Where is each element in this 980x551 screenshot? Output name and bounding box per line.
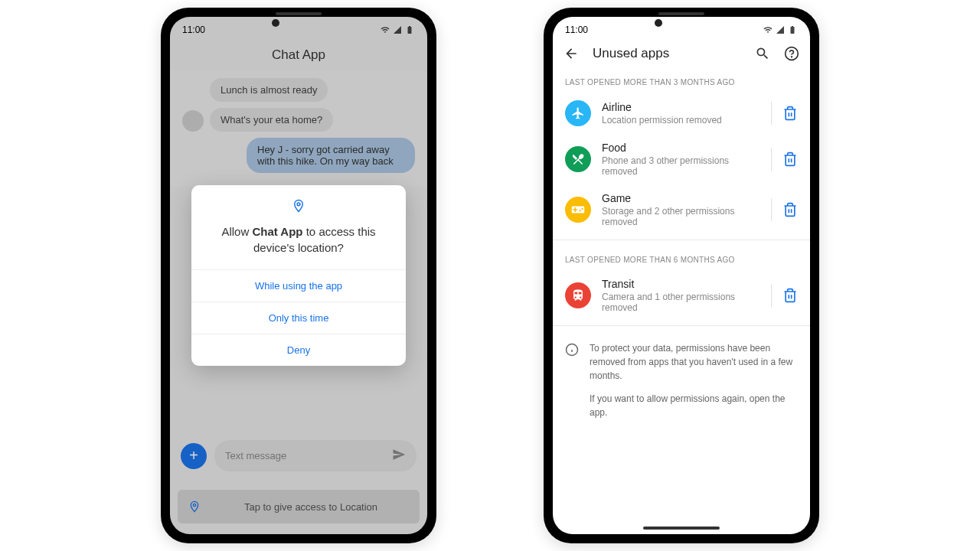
status-icons [763, 25, 798, 34]
phone-mockup-settings: 11:00 Unused apps LAST OPENED MORE THAN … [544, 8, 819, 543]
wifi-icon [763, 25, 773, 34]
divider [553, 240, 810, 240]
phone-mockup-chat: 11:00 Chat App Lunch is almost ready Wha… [161, 8, 436, 543]
battery-icon [787, 25, 798, 34]
list-item-text: Food Phone and 3 other permissions remov… [602, 142, 760, 177]
list-item-text: Game Storage and 2 other permissions rem… [602, 192, 760, 227]
app-subtitle: Storage and 2 other permissions removed [602, 206, 760, 227]
delete-button[interactable] [782, 152, 798, 167]
list-item[interactable]: Game Storage and 2 other permissions rem… [553, 184, 810, 235]
list-item[interactable]: Transit Camera and 1 other permissions r… [553, 270, 810, 321]
info-icon [565, 343, 579, 357]
food-icon [565, 146, 591, 172]
nav-pill[interactable] [643, 527, 720, 530]
list-item-text: Airline Location permission removed [602, 101, 760, 126]
screen-settings: 11:00 Unused apps LAST OPENED MORE THAN … [553, 17, 810, 534]
app-name: Airline [602, 101, 760, 113]
app-subtitle: Location permission removed [602, 115, 760, 126]
permission-dialog: Allow Chat App to access this device's l… [191, 185, 406, 366]
help-icon[interactable] [784, 46, 799, 61]
delete-button[interactable] [782, 288, 798, 303]
app-name: Transit [602, 278, 760, 290]
dialog-option-only-this-time[interactable]: Only this time [191, 302, 406, 334]
page-title: Unused apps [593, 46, 741, 61]
divider [771, 148, 772, 171]
app-bar: Unused apps [553, 40, 810, 67]
info-text: To protect your data, permissions have b… [590, 341, 798, 419]
svg-point-1 [297, 203, 300, 206]
location-pin-icon [207, 199, 390, 216]
dialog-title: Allow Chat App to access this device's l… [207, 223, 390, 256]
cell-signal-icon [775, 25, 786, 34]
permission-dialog-overlay: Allow Chat App to access this device's l… [170, 17, 427, 534]
airline-icon [565, 100, 591, 126]
app-name: Food [602, 142, 760, 154]
delete-button[interactable] [782, 202, 798, 217]
divider [771, 102, 772, 125]
divider [771, 198, 772, 221]
list-item[interactable]: Food Phone and 3 other permissions remov… [553, 134, 810, 184]
back-button[interactable] [564, 46, 579, 61]
app-name: Game [602, 192, 760, 204]
section-header-6months: LAST OPENED MORE THAN 6 MONTHS AGO [553, 245, 810, 270]
list-item-text: Transit Camera and 1 other permissions r… [602, 278, 760, 313]
game-icon [565, 197, 591, 223]
delete-button[interactable] [782, 106, 798, 121]
section-header-3months: LAST OPENED MORE THAN 3 MONTHS AGO [553, 67, 810, 93]
svg-point-3 [792, 57, 792, 57]
dialog-header: Allow Chat App to access this device's l… [191, 185, 406, 269]
status-time: 11:00 [565, 24, 588, 35]
divider [771, 284, 772, 307]
app-subtitle: Camera and 1 other permissions removed [602, 292, 760, 313]
info-block: To protect your data, permissions have b… [553, 331, 810, 430]
search-icon[interactable] [755, 46, 770, 61]
app-subtitle: Phone and 3 other permissions removed [602, 155, 760, 177]
dialog-option-deny[interactable]: Deny [191, 334, 406, 366]
status-bar: 11:00 [553, 17, 810, 40]
transit-icon [565, 282, 591, 308]
divider [553, 325, 810, 326]
dialog-option-while-using[interactable]: While using the app [191, 269, 406, 302]
screen-chat: 11:00 Chat App Lunch is almost ready Wha… [170, 17, 427, 534]
list-item[interactable]: Airline Location permission removed [553, 93, 810, 134]
